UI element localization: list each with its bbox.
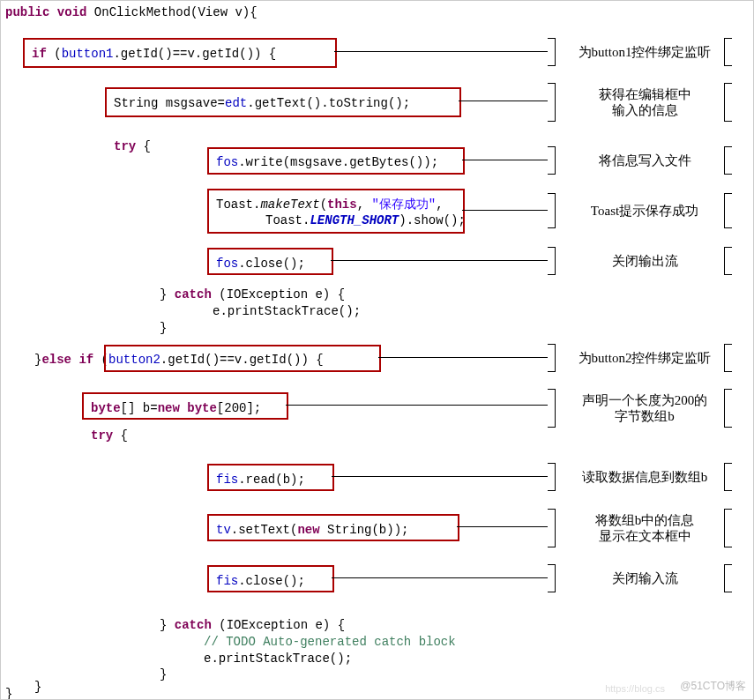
bracket-a5r — [724, 247, 732, 275]
redbox-byte — [82, 392, 288, 420]
code-catch2: } catch (IOException e) { — [160, 618, 345, 632]
watermark-url: https://blog.cs — [605, 683, 665, 694]
bracket-a3 — [548, 146, 556, 175]
redbox-fos-write — [207, 147, 465, 175]
bracket-a5 — [548, 247, 556, 275]
connector-a8 — [332, 476, 548, 477]
code-close3: } — [34, 680, 41, 694]
code-close4: } — [5, 687, 12, 700]
bracket-a6r — [724, 344, 732, 372]
connector-a6 — [378, 357, 548, 358]
annot-a7: 声明一个长度为200的字节数组b — [565, 392, 724, 424]
annot-a9: 将数组b中的信息显示在文本框中 — [565, 512, 724, 544]
redbox-fis-read — [207, 464, 334, 491]
bracket-a9 — [548, 509, 556, 547]
annot-a1: 为button1控件绑定监听 — [565, 44, 724, 61]
redbox-msgsave — [105, 87, 461, 117]
connector-a2 — [459, 101, 548, 101]
annot-a3: 将信息写入文件 — [565, 153, 724, 169]
code-close1: } — [160, 321, 167, 335]
connector-a1 — [334, 51, 548, 52]
annot-a8: 读取数据信息到数组b — [565, 469, 724, 486]
code-line-1: public void OnClickMethod(View v){ — [5, 5, 258, 19]
bracket-a9r — [724, 509, 732, 547]
redbox-tv — [207, 514, 459, 541]
code-stack2: e.printStackTrace(); — [204, 652, 352, 666]
redbox-toast — [207, 189, 465, 234]
redbox-elseif — [104, 345, 381, 372]
bracket-a4 — [548, 193, 556, 228]
watermark: @51CTO博客 — [680, 679, 746, 694]
bracket-a2 — [548, 83, 556, 122]
annot-a6: 为button2控件绑定监听 — [565, 350, 724, 367]
code-close2: } — [160, 667, 167, 681]
bracket-a3r — [724, 146, 732, 175]
connector-a7 — [286, 405, 548, 406]
bracket-a6 — [548, 344, 556, 372]
redbox-fis-close — [207, 565, 334, 592]
connector-a4 — [462, 210, 548, 211]
connector-a9 — [457, 526, 548, 527]
bracket-a7 — [548, 389, 556, 428]
bracket-a10 — [548, 564, 556, 592]
code-catch1: } catch (IOException e) { — [160, 287, 345, 302]
code-try2: try { — [91, 428, 128, 443]
bracket-a10r — [724, 564, 732, 592]
annot-a5: 关闭输出流 — [565, 253, 724, 270]
connector-a10 — [332, 577, 548, 578]
bracket-a7r — [724, 389, 732, 428]
bracket-a8 — [548, 463, 556, 491]
annot-a10: 关闭输入流 — [565, 570, 724, 587]
redbox-if — [23, 38, 337, 68]
diagram-root: public void OnClickMethod(View v){ if (b… — [0, 0, 754, 700]
code-stack1: e.printStackTrace(); — [213, 304, 361, 318]
code-try1: try { — [114, 139, 151, 153]
redbox-fos-close — [207, 248, 333, 275]
annot-a4: Toast提示保存成功 — [565, 203, 724, 220]
bracket-a2r — [724, 83, 732, 122]
bracket-a4r — [724, 193, 732, 228]
bracket-a1r — [724, 38, 732, 66]
code-todo: // TODO Auto-generated catch block — [204, 635, 456, 649]
connector-a3 — [462, 160, 548, 160]
annot-a2: 获得在编辑框中输入的信息 — [565, 86, 724, 118]
bracket-a1 — [548, 38, 556, 66]
bracket-a8r — [724, 463, 732, 491]
connector-a5 — [331, 260, 548, 261]
